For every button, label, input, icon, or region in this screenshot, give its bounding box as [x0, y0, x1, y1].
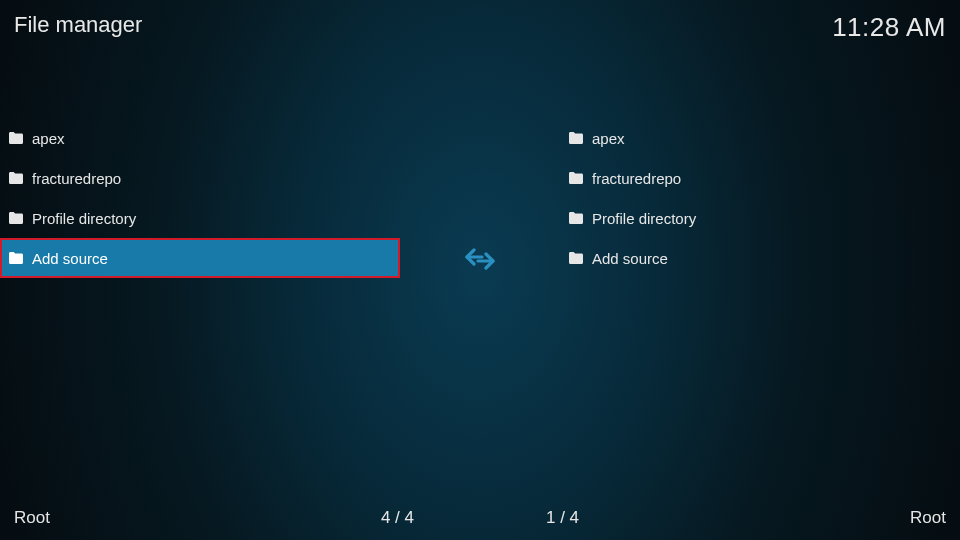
left-footer: Root 4 / 4 — [14, 508, 414, 528]
header: File manager 11:28 AM — [14, 12, 946, 43]
list-item-label: apex — [32, 130, 65, 147]
list-item-label: Profile directory — [32, 210, 136, 227]
folder-icon — [8, 170, 24, 186]
folder-icon — [568, 170, 584, 186]
right-pane: apex fracturedrepo Profile directory Add… — [560, 118, 960, 478]
list-item-label: fracturedrepo — [32, 170, 121, 187]
list-item[interactable]: apex — [0, 118, 400, 158]
right-footer: 1 / 4 Root — [546, 508, 946, 528]
list-item-label: Add source — [592, 250, 668, 267]
folder-icon — [8, 210, 24, 226]
left-position: 4 / 4 — [381, 508, 414, 528]
panes: apex fracturedrepo Profile directory Add… — [0, 118, 960, 478]
folder-icon — [8, 250, 24, 266]
folder-icon — [8, 130, 24, 146]
list-item[interactable]: Profile directory — [560, 198, 960, 238]
list-item[interactable]: fracturedrepo — [560, 158, 960, 198]
folder-icon — [568, 250, 584, 266]
transfer-icon — [463, 246, 497, 277]
right-position: 1 / 4 — [546, 508, 579, 528]
list-item[interactable]: apex — [560, 118, 960, 158]
list-item-label: fracturedrepo — [592, 170, 681, 187]
page-title: File manager — [14, 12, 142, 38]
folder-icon — [568, 210, 584, 226]
list-item-label: apex — [592, 130, 625, 147]
list-item[interactable]: fracturedrepo — [0, 158, 400, 198]
list-item-label: Profile directory — [592, 210, 696, 227]
right-path: Root — [910, 508, 946, 528]
left-pane: apex fracturedrepo Profile directory Add… — [0, 118, 400, 478]
add-source-item[interactable]: Add source — [0, 238, 400, 278]
left-path: Root — [14, 508, 50, 528]
center-gap — [400, 118, 560, 478]
footer-gap — [414, 508, 546, 528]
clock: 11:28 AM — [832, 12, 946, 43]
list-item-label: Add source — [32, 250, 108, 267]
add-source-item[interactable]: Add source — [560, 238, 960, 278]
footer: Root 4 / 4 1 / 4 Root — [14, 508, 946, 528]
list-item[interactable]: Profile directory — [0, 198, 400, 238]
folder-icon — [568, 130, 584, 146]
